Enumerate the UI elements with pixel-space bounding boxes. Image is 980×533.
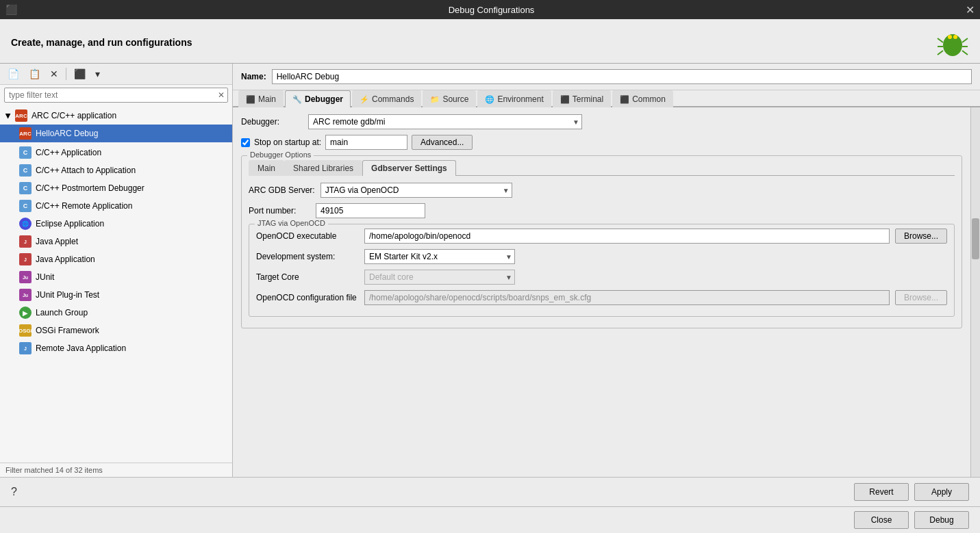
- very-bottom-bar: Close Debug: [0, 506, 980, 533]
- tree-area: ▶ ARC ARC C/C++ application ARC HelloARC…: [0, 105, 232, 463]
- tree-item-c-postmortem[interactable]: C C/C++ Postmortem Debugger: [0, 179, 232, 197]
- browse-openocd-button[interactable]: Browse...: [895, 229, 947, 244]
- header-title: Create, manage, and run configurations: [11, 37, 192, 48]
- tab-main-label: Main: [258, 94, 276, 104]
- arc-group-label: ARC C/C++ application: [32, 111, 116, 120]
- revert-button[interactable]: Revert: [854, 483, 909, 501]
- tab-common-label: Common: [632, 94, 666, 104]
- filter-clear-button[interactable]: ✕: [215, 89, 227, 101]
- tree-item-c-remote[interactable]: C C/C++ Remote Application: [0, 197, 232, 215]
- debugger-row: Debugger: ARC remote gdb/mi ▼: [241, 114, 962, 129]
- toolbar: 📄 📋 ✕ ⬛ ▾: [0, 64, 232, 85]
- tab-debugger[interactable]: 🔧 Debugger: [285, 90, 351, 107]
- tree-group-arc-header[interactable]: ▶ ARC ARC C/C++ application: [0, 107, 232, 125]
- inner-tab-shared-libs[interactable]: Shared Libraries: [284, 160, 362, 176]
- c-remote-icon: C: [19, 200, 32, 212]
- helloarc-icon: ARC: [19, 127, 32, 140]
- more-button[interactable]: ▾: [92, 66, 103, 81]
- tree-item-osgi[interactable]: OSGi OSGi Framework: [0, 322, 232, 339]
- tree-item-helloarc[interactable]: ARC HelloARC Debug: [0, 125, 232, 142]
- source-tab-icon: 📁: [430, 95, 440, 104]
- tab-commands[interactable]: ⚡ Commands: [352, 90, 421, 107]
- openocd-exec-row: OpenOCD executable Browse...: [256, 229, 947, 244]
- debugger-options-legend: Debugger Options: [247, 151, 314, 159]
- close-button[interactable]: ✕: [966, 3, 975, 16]
- tree-item-remote-java[interactable]: J Remote Java Application: [0, 339, 232, 357]
- launch-group-icon: ▶: [19, 307, 32, 319]
- eclipse-app-icon: 🌐: [19, 218, 32, 230]
- openocd-exec-label: OpenOCD executable: [256, 231, 359, 241]
- java-app-label: Java Application: [36, 255, 95, 264]
- tree-item-launch-group[interactable]: ▶ Launch Group: [0, 304, 232, 322]
- svg-point-3: [953, 35, 957, 39]
- environment-tab-icon: 🌐: [485, 95, 494, 104]
- c-postmortem-icon: C: [19, 182, 32, 194]
- openocd-config-label: OpenOCD configuration file: [256, 293, 359, 302]
- target-core-combo: Default core ▼: [364, 270, 515, 285]
- debugger-tab-icon: 🔧: [292, 95, 302, 104]
- help-icon[interactable]: ?: [11, 486, 17, 498]
- main-container: Create, manage, and run configurations 📄…: [0, 19, 980, 533]
- apply-button[interactable]: Apply: [914, 483, 969, 501]
- bottom-bar: ? Revert Apply: [0, 477, 980, 506]
- dev-system-select[interactable]: EM Starter Kit v2.x: [364, 249, 515, 264]
- openocd-exec-input[interactable]: [364, 229, 890, 244]
- chevron-arc-icon: ▶: [5, 113, 12, 118]
- inner-tab-main[interactable]: Main: [249, 160, 284, 176]
- tree-item-c-attach[interactable]: C C/C++ Attach to Application: [0, 161, 232, 179]
- tree-item-c-app[interactable]: C C/C++ Application: [0, 144, 232, 161]
- advanced-button[interactable]: Advanced...: [412, 135, 473, 150]
- tab-commands-label: Commands: [372, 94, 414, 104]
- tree-item-java-applet[interactable]: J Java Applet: [0, 233, 232, 250]
- tab-environment[interactable]: 🌐 Environment: [477, 90, 551, 107]
- stop-on-startup-checkbox[interactable]: [241, 138, 250, 147]
- c-attach-icon: C: [19, 164, 32, 177]
- startup-input[interactable]: [325, 135, 407, 150]
- debug-button[interactable]: Debug: [914, 511, 969, 529]
- filter-status: Filter matched 14 of 32 items: [0, 463, 232, 477]
- port-number-row: Port number:: [249, 203, 955, 218]
- arc-gdb-server-select[interactable]: JTAG via OpenOCD: [321, 183, 512, 198]
- delete-config-button[interactable]: ✕: [47, 66, 62, 81]
- java-applet-icon: J: [19, 235, 32, 248]
- toolbar-separator: [66, 68, 66, 80]
- remote-java-label: Remote Java Application: [36, 343, 126, 353]
- svg-line-4: [938, 38, 943, 42]
- debugger-select[interactable]: ARC remote gdb/mi: [308, 114, 582, 129]
- terminal-tab-icon: ⬛: [560, 95, 570, 104]
- dev-system-combo: EM Starter Kit v2.x ▼: [364, 249, 515, 264]
- target-core-select[interactable]: Default core: [364, 270, 515, 285]
- port-number-label: Port number:: [249, 206, 310, 216]
- tab-main[interactable]: ⬛ Main: [238, 90, 284, 107]
- left-panel: 📄 📋 ✕ ⬛ ▾ ✕ ▶ ARC ARC C/C++ application: [0, 64, 233, 477]
- java-applet-label: Java Applet: [36, 237, 78, 246]
- junit-plugin-icon: Ju: [19, 289, 32, 301]
- close-button[interactable]: Close: [854, 511, 909, 529]
- header-section: Create, manage, and run configurations: [0, 19, 980, 63]
- tab-source[interactable]: 📁 Source: [423, 90, 476, 107]
- tree-item-java-app[interactable]: J Java Application: [0, 250, 232, 268]
- port-number-input[interactable]: [316, 203, 425, 218]
- helloarc-label: HelloARC Debug: [36, 129, 98, 138]
- tab-common[interactable]: ⬛ Common: [612, 90, 673, 107]
- tab-terminal[interactable]: ⬛ Terminal: [553, 90, 611, 107]
- inner-tab-gdbserver[interactable]: Gdbserver Settings: [362, 160, 456, 176]
- filter-input[interactable]: [5, 88, 215, 102]
- filter-button[interactable]: ⬛: [71, 66, 89, 81]
- c-remote-label: C/C++ Remote Application: [36, 201, 132, 211]
- osgi-label: OSGi Framework: [36, 326, 99, 335]
- tree-item-eclipse-app[interactable]: 🌐 Eclipse Application: [0, 215, 232, 233]
- title-bar: ⬛ Debug Configurations ✕: [0, 0, 980, 19]
- new-config-button[interactable]: 📄: [4, 66, 23, 81]
- junit-plugin-label: JUnit Plug-in Test: [36, 290, 99, 300]
- remote-java-icon: J: [19, 342, 32, 354]
- scrollbar[interactable]: [970, 107, 980, 477]
- tree-item-junit[interactable]: Ju JUnit: [0, 268, 232, 286]
- duplicate-config-button[interactable]: 📋: [25, 66, 44, 81]
- tree-group-arc: ▶ ARC ARC C/C++ application ARC HelloARC…: [0, 105, 232, 144]
- name-input[interactable]: [272, 69, 972, 84]
- bug-icon: [936, 26, 969, 59]
- arc-group-icon: ARC: [15, 109, 27, 122]
- c-attach-label: C/C++ Attach to Application: [36, 166, 136, 175]
- tree-item-junit-plugin[interactable]: Ju JUnit Plug-in Test: [0, 286, 232, 304]
